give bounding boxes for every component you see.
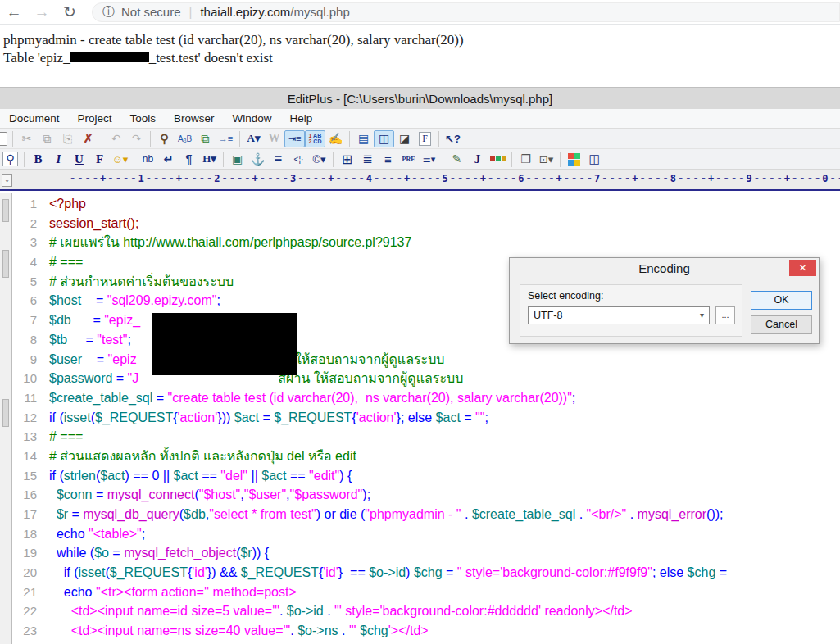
italic-icon[interactable]: I [48,151,69,168]
info-icon[interactable]: ⓘ [102,4,115,20]
php-output-line1: phpmyadmin - create table test (id varch… [3,31,835,49]
ruler: ⌄ ----+----1----+----2----+----3----+---… [0,170,840,191]
replace-icon[interactable]: AᵦB [175,130,195,147]
line-number: 23 [13,621,49,641]
word-wrap-icon[interactable]: W [264,130,284,147]
tab-settings-icon[interactable]: ⇥≡ [284,130,305,147]
folder-icon[interactable]: ❒ [515,151,536,168]
line-number: 11 [13,388,49,408]
code-line: 20 if (isset($_REQUEST{'id'}) && $_REQUE… [13,563,727,583]
dialog-title: Encoding [510,261,819,275]
objects-icon[interactable] [488,151,508,168]
code-line: 2session_start(); [13,214,727,234]
forward-icon[interactable]: → [28,3,56,21]
line-number: 14 [13,447,49,466]
anchor-icon[interactable]: ⚓ [247,151,268,168]
refresh-icon[interactable]: ↻ [56,2,84,21]
smiley-icon[interactable]: ☺▾ [110,151,130,168]
frame-icon[interactable]: ◫ [584,151,605,168]
find-in-files-icon[interactable]: ⧉ [195,130,216,147]
line-number: 2 [13,214,49,234]
menu-browser[interactable]: Browser [165,112,224,125]
panel-drag-handle[interactable] [2,199,9,222]
toolbar-separator [239,131,240,147]
line-number: 8 [13,330,49,350]
panel-drag-handle[interactable] [2,250,9,278]
font-icon[interactable]: A▾ [243,130,264,147]
copy-icon[interactable]: ⧉ [37,130,57,147]
browser-preview-icon[interactable]: ⚲ [0,151,20,168]
close-icon[interactable]: ✕ [789,260,816,276]
context-help-icon[interactable]: ↖? [443,130,463,147]
browser-page-content: phpmyadmin - create table test (id varch… [3,31,835,67]
menu-document[interactable]: Document [0,112,69,125]
code-line: 21 echo "<tr><form action='' method=post… [13,583,727,602]
syntax-stamp-icon[interactable]: ✍ [325,130,346,147]
line-break-icon[interactable]: ↵ [158,151,179,168]
browser-toolbar: ← → ↻ ⓘ Not secure | thaiall.epizy.com/m… [0,0,840,25]
browse-encodings-button[interactable]: ... [715,306,735,324]
cut-icon[interactable]: ✂ [16,130,37,147]
copyright-icon[interactable]: ©▾ [309,151,329,168]
paste-icon[interactable]: ⎘ [57,130,78,147]
encoding-select[interactable]: UTF-8 ▾ [528,306,710,324]
line-number: 5 [13,272,49,292]
code-line: 18 echo "<table>"; [13,524,727,544]
code-line: 10$password = "Jสผ่าน ให้สอบถามจากผู้ดูแ… [13,369,727,388]
table-icon[interactable]: ⊞ [337,151,357,168]
list-icon[interactable]: ☰▾ [419,151,439,168]
security-label: Not secure [121,5,181,19]
new-document-icon[interactable] [0,132,7,146]
line-number: 15 [13,466,49,486]
line-number: 20 [13,563,49,583]
code-line: 17 $r = mysql_db_query($db,"select * fro… [13,505,727,524]
align-right-icon[interactable]: ≡ [378,151,398,168]
undo-icon[interactable]: ↶ [106,130,126,147]
back-icon[interactable]: ← [0,3,28,21]
heading-icon[interactable]: H▾ [199,151,220,168]
line-number: 22 [13,601,49,621]
redo-icon[interactable]: ↷ [126,130,147,147]
ok-button[interactable]: OK [751,291,812,310]
image-icon[interactable]: ▣ [227,151,247,168]
bold-icon[interactable]: B [28,151,48,168]
toolbar-separator [333,152,334,167]
menu-help[interactable]: Help [281,112,322,125]
comment-icon[interactable]: <¦· [288,151,309,168]
cancel-button[interactable]: Cancel [751,315,812,334]
toolbar-separator [511,152,512,167]
goto-line-icon[interactable]: →≡ [216,130,236,147]
window-select-icon[interactable]: ⊡▾ [536,151,556,168]
delete-icon[interactable]: ✗ [78,130,98,147]
underline-icon[interactable]: U [69,151,89,168]
column-select-icon[interactable]: 1 AB2 CD [305,130,325,147]
paragraph-icon[interactable]: ¶ [179,151,199,168]
code-line: 23 <td><input name=ns size=40 value='". … [13,621,727,641]
line-number: 13 [13,427,49,447]
tool-window-icon[interactable]: ◪ [394,130,415,147]
code-line: 14# ส่วนแสดงผลหลัก ทั้งปกติ และหลังกดปุ่… [13,447,727,466]
find-icon[interactable]: ⚲ [154,130,175,147]
javascript-icon[interactable]: J [467,151,488,168]
align-center-icon[interactable]: ≣ [357,151,378,168]
menu-project[interactable]: Project [69,112,121,125]
ruler-dropdown-icon[interactable]: ⌄ [2,174,12,187]
hr-icon[interactable]: = [268,151,288,168]
chevron-down-icon: ▾ [700,307,704,324]
script-icon[interactable]: ✎ [447,151,467,168]
toolbar-html: ⚲BIUF☺▾nb↵¶H▾▣⚓=<¦·©▾⊞≣≡PRE☰▾✎J❒⊡▾◫ [0,149,840,170]
php-output-line2: Table 'epiz__test.test' doesn't exist [3,49,835,67]
panel-drag-handle[interactable] [2,399,9,427]
menu-tools[interactable]: Tools [121,112,166,125]
editplus-menu-bar: DocumentProjectToolsBrowserWindowHelp [0,109,840,129]
menu-window[interactable]: Window [224,112,281,125]
pre-icon[interactable]: PRE [398,151,419,168]
file-window-icon[interactable]: ◫ [374,130,394,147]
cliptext-window-icon[interactable]: ▤ [353,130,374,147]
windows-logo-icon[interactable] [564,151,584,168]
font-tag-icon[interactable]: F [89,151,110,168]
select-encoding-label: Select encoding: [528,290,603,302]
nbsp-icon[interactable]: nb [138,151,158,168]
address-bar[interactable]: ⓘ Not secure | thaiall.epizy.com/mysql.p… [92,2,840,22]
function-list-icon[interactable]: F [415,130,435,147]
